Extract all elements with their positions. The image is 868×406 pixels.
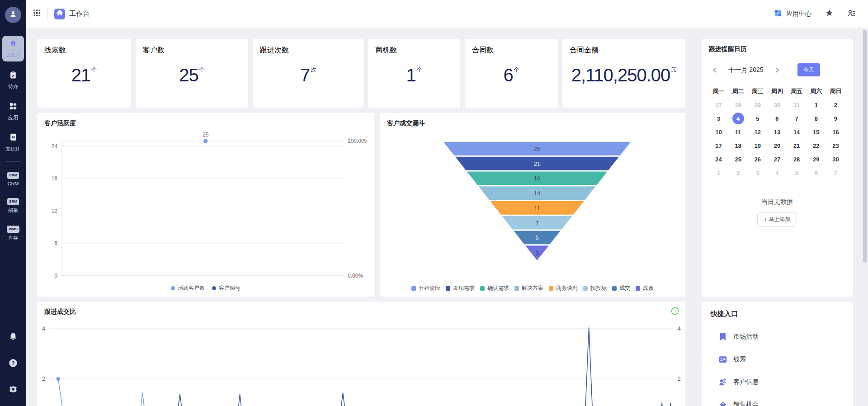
calendar-day[interactable]: 14 [787, 125, 807, 139]
sidebar-item-apps[interactable]: 应用 [2, 98, 24, 124]
calendar-day[interactable]: 27 [767, 152, 787, 166]
calendar-day[interactable]: 13 [767, 125, 787, 139]
add-reminder-button[interactable]: + 马上添加 [757, 212, 797, 227]
calendar-day[interactable]: 3 [709, 112, 728, 125]
calendar-day[interactable]: 5 [787, 166, 807, 179]
calendar-day[interactable]: 7 [826, 166, 845, 179]
weekday-label: 周日 [826, 87, 845, 95]
stat-card-5: 合同金额 2,110,250.00元 [562, 39, 685, 108]
calendar-title: 跟进提醒日历 [709, 45, 845, 53]
legend-item[interactable]: 战败 [636, 284, 654, 292]
calendar-next-button[interactable] [773, 66, 781, 74]
sidebar-item-todo[interactable]: 待办 [2, 67, 24, 93]
quick-entry-people[interactable]: 客户信息 [711, 371, 844, 393]
stat-card-3: 商机数 1个 [368, 39, 460, 108]
favorite-button[interactable] [825, 9, 834, 19]
calendar-day[interactable]: 1 [807, 98, 826, 112]
profile-settings-button[interactable] [847, 9, 856, 19]
sidebar-item-crm[interactable]: CRMCRM [2, 168, 24, 189]
followup-ratio-card: 跟进成交比 i 4422 [37, 302, 685, 406]
calendar-day[interactable]: 1 [709, 166, 728, 179]
calendar-day[interactable]: 2 [728, 166, 748, 179]
workbench-tab[interactable]: 工作台 [54, 9, 90, 19]
legend-item[interactable]: 发现需求 [446, 284, 475, 292]
calendar-day[interactable]: 10 [709, 125, 728, 139]
stat-label: 合同金额 [570, 46, 678, 55]
legend-item[interactable]: 客户编号 [212, 284, 241, 292]
calendar-day[interactable]: 6 [767, 112, 787, 125]
legend-item[interactable]: 确认需求 [480, 284, 509, 292]
calendar-day[interactable]: 18 [728, 139, 748, 152]
followup-ratio-title: 跟进成交比 [44, 308, 678, 316]
calendar-day[interactable]: 7 [787, 112, 807, 125]
quick-entry-label: 市场活动 [733, 333, 759, 341]
calendar-day[interactable]: 26 [748, 152, 767, 166]
stat-unit: 个 [91, 66, 97, 74]
calendar-day[interactable]: 17 [709, 139, 728, 152]
sidebar-item-knowledge-base[interactable]: AI知识库 [2, 129, 24, 155]
calendar-day[interactable]: 31 [787, 98, 807, 112]
stats-row: 线索数 21个客户数 25个跟进次数 7次商机数 1个合同数 6个合同金额 2,… [37, 39, 685, 108]
stat-unit: 次 [311, 66, 316, 74]
calendar-day[interactable]: 15 [807, 125, 826, 139]
calendar-day[interactable]: 25 [728, 152, 748, 166]
customer-activity-card: 客户活跃度 24181260100.00%0.00%25 活跃客户数客户编号 [37, 113, 374, 297]
legend-item[interactable]: 开始阶段 [411, 284, 440, 292]
bell-icon[interactable] [8, 332, 18, 344]
calendar-day[interactable]: 29 [807, 152, 826, 166]
calendar-day[interactable]: 20 [767, 139, 787, 152]
calendar-day[interactable]: 9 [826, 112, 845, 125]
calendar-day[interactable]: 21 [787, 139, 807, 152]
page-scrollbar[interactable] [863, 30, 867, 263]
svg-text:0.00%: 0.00% [348, 273, 363, 279]
app-center-button[interactable]: 应用中心 [774, 9, 811, 19]
svg-text:24: 24 [52, 143, 58, 150]
legend-item[interactable]: 解决方案 [514, 284, 543, 292]
gear-icon[interactable] [8, 384, 18, 396]
topbar-right: 应用中心 [774, 9, 856, 19]
calendar-day[interactable]: 27 [709, 98, 728, 112]
calendar-prev-button[interactable] [711, 66, 719, 74]
calendar-empty-text: 当日无数据 [709, 198, 845, 206]
calendar-day[interactable]: 11 [728, 125, 748, 139]
calendar-day[interactable]: 12 [748, 125, 767, 139]
help-icon[interactable]: ? [8, 358, 18, 370]
avatar[interactable] [5, 7, 21, 23]
home-icon [9, 39, 18, 50]
today-button[interactable]: 今天 [797, 63, 820, 76]
legend-item[interactable]: 商务谈判 [549, 284, 578, 292]
legend-label: 开始阶段 [419, 284, 440, 292]
sidebar-item-workbench[interactable]: 工作台 [2, 36, 24, 61]
calendar-day[interactable]: 28 [787, 152, 807, 166]
calendar-day[interactable]: 22 [807, 139, 826, 152]
calendar-day[interactable]: 28 [728, 98, 748, 112]
quick-entry-bookmark[interactable]: 市场活动 [711, 326, 844, 348]
stat-value: 7 [300, 65, 310, 85]
calendar-day[interactable]: 23 [826, 139, 845, 152]
quick-entry-label: 客户信息 [733, 378, 759, 386]
legend-item[interactable]: 招投标 [583, 284, 607, 292]
calendar-day[interactable]: 24 [709, 152, 728, 166]
sidebar-item-procurement[interactable]: SRM招采 [2, 194, 24, 217]
sidebar-item-inventory[interactable]: WMS库存 [2, 222, 24, 244]
calendar-day[interactable]: 16 [826, 125, 845, 139]
calendar-day[interactable]: 3 [748, 166, 767, 179]
calendar-day[interactable]: 4 [728, 112, 748, 125]
calendar-day[interactable]: 4 [767, 166, 787, 179]
quick-entry-tag[interactable]: 销售机会 [711, 393, 844, 406]
calendar-day[interactable]: 29 [748, 98, 767, 112]
calendar-day[interactable]: 19 [748, 139, 767, 152]
sidebar-item-label: CRM [7, 181, 19, 186]
calendar-day[interactable]: 5 [748, 112, 767, 125]
bookmark-icon [718, 332, 728, 342]
calendar-day[interactable]: 2 [826, 98, 845, 112]
legend-item[interactable]: 成交 [612, 284, 630, 292]
calendar-day[interactable]: 30 [826, 152, 845, 166]
svg-text:2: 2 [678, 376, 681, 382]
app-launcher-button[interactable] [33, 9, 41, 19]
calendar-day[interactable]: 30 [767, 98, 787, 112]
quick-entry-id-card[interactable]: 线索 [711, 348, 844, 371]
calendar-day[interactable]: 6 [807, 166, 826, 179]
calendar-day[interactable]: 8 [807, 112, 826, 125]
legend-item[interactable]: 活跃客户数 [171, 284, 205, 292]
